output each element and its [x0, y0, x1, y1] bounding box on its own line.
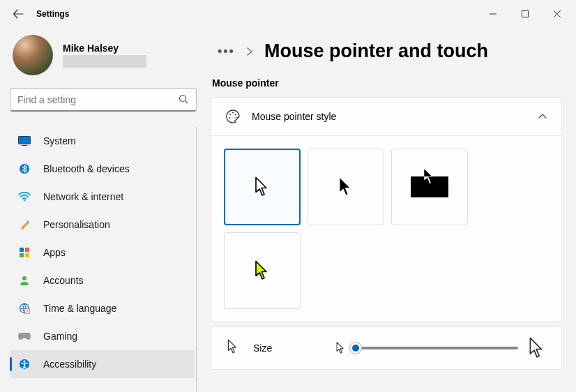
user-name: Mike Halsey [63, 43, 194, 54]
chevron-up-icon [538, 112, 547, 121]
svg-point-20 [235, 114, 236, 115]
svg-point-19 [232, 112, 234, 114]
display-icon [18, 135, 31, 147]
nav-label: Accounts [43, 275, 84, 286]
sidebar-item-network[interactable]: Network & internet [10, 183, 195, 211]
svg-rect-11 [20, 253, 24, 257]
person-icon [18, 274, 31, 287]
breadcrumb-more[interactable]: ••• [218, 44, 235, 59]
chevron-right-icon [246, 47, 253, 56]
avatar [13, 35, 53, 75]
user-block[interactable]: Mike Halsey [10, 28, 197, 88]
inverted-swatch [411, 176, 448, 197]
nav-label: System [43, 135, 76, 146]
svg-line-3 [185, 101, 188, 104]
size-slider[interactable] [356, 347, 518, 349]
svg-rect-9 [20, 248, 24, 252]
svg-rect-10 [25, 248, 29, 252]
sidebar-item-accounts[interactable]: Accounts [10, 266, 195, 294]
sidebar-item-gaming[interactable]: Gaming [10, 322, 195, 350]
back-button[interactable] [3, 0, 33, 28]
sidebar-item-personalisation[interactable]: Personalisation [10, 211, 195, 239]
svg-point-17 [24, 361, 26, 363]
search-box[interactable] [10, 88, 197, 112]
svg-point-8 [24, 199, 25, 201]
nav-label: Bluetooth & devices [43, 163, 130, 174]
close-icon [554, 10, 561, 17]
svg-rect-4 [19, 137, 31, 144]
style-options [211, 135, 561, 322]
main-content: ••• Mouse pointer and touch Mouse pointe… [206, 28, 576, 392]
apps-icon [18, 246, 31, 259]
svg-rect-12 [25, 253, 29, 257]
pointer-style-card: Mouse pointer style [211, 97, 562, 322]
search-icon [179, 94, 189, 105]
svg-point-18 [229, 114, 231, 115]
maximize-icon [522, 10, 529, 17]
nav: System Bluetooth & devices Network & int… [10, 127, 197, 392]
svg-point-21 [229, 117, 230, 119]
close-button[interactable] [541, 0, 573, 28]
svg-rect-1 [522, 11, 529, 17]
nav-label: Gaming [43, 331, 77, 342]
globe-clock-icon [18, 302, 31, 315]
svg-point-13 [22, 276, 26, 280]
accessibility-icon [18, 358, 31, 370]
minimize-button[interactable] [477, 0, 509, 28]
size-slider-wrap [335, 337, 546, 359]
window-controls [477, 0, 573, 28]
arrow-left-icon [13, 8, 24, 20]
cursor-inverted-icon [421, 167, 438, 186]
nav-label: Time & language [43, 303, 116, 314]
user-sub-placeholder [63, 55, 146, 68]
cursor-custom-icon [253, 260, 271, 281]
card-title: Mouse pointer style [252, 111, 526, 122]
breadcrumb: ••• Mouse pointer and touch [211, 28, 562, 77]
sidebar-item-system[interactable]: System [10, 127, 195, 155]
app-title: Settings [36, 9, 69, 19]
pointer-style-header[interactable]: Mouse pointer style [211, 98, 561, 135]
titlebar: Settings [0, 0, 576, 28]
pointer-style-custom[interactable] [224, 232, 301, 309]
palette-icon [225, 109, 241, 124]
page-title: Mouse pointer and touch [264, 40, 488, 62]
nav-label: Accessibility [43, 359, 96, 370]
sidebar-item-bluetooth[interactable]: Bluetooth & devices [10, 155, 195, 183]
gamepad-icon [18, 330, 31, 342]
sidebar-item-apps[interactable]: Apps [10, 239, 195, 266]
search-input[interactable] [17, 94, 179, 105]
paintbrush-icon [18, 218, 31, 231]
minimize-icon [490, 10, 497, 17]
nav-label: Apps [43, 247, 66, 258]
pointer-size-card: Size [211, 326, 562, 370]
slider-thumb[interactable] [349, 342, 362, 354]
nav-label: Network & internet [43, 191, 123, 202]
cursor-large-icon [528, 337, 546, 359]
maximize-button[interactable] [509, 0, 541, 28]
sidebar-item-time-language[interactable]: Time & language [10, 294, 195, 322]
cursor-white-icon [253, 176, 271, 197]
sidebar: Mike Halsey System Bluetooth & devices N… [0, 28, 206, 392]
section-label: Mouse pointer [212, 77, 562, 89]
cursor-small-icon [335, 342, 346, 354]
pointer-style-black[interactable] [308, 149, 384, 225]
bluetooth-icon [18, 163, 31, 175]
pointer-style-white[interactable] [224, 149, 301, 225]
pointer-style-inverted[interactable] [391, 149, 468, 225]
wifi-icon [18, 190, 31, 203]
cursor-black-icon [337, 176, 355, 197]
nav-label: Personalisation [43, 219, 110, 230]
cursor-size-icon [227, 339, 241, 357]
svg-point-2 [180, 96, 186, 102]
size-label: Size [253, 342, 323, 354]
sidebar-item-accessibility[interactable]: Accessibility [10, 350, 195, 378]
